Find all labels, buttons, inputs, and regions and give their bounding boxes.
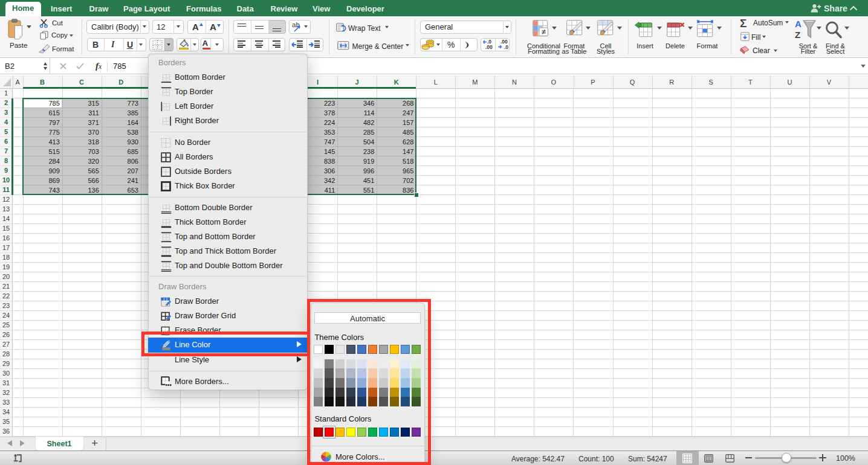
svg-text:≠: ≠ — [542, 27, 546, 36]
